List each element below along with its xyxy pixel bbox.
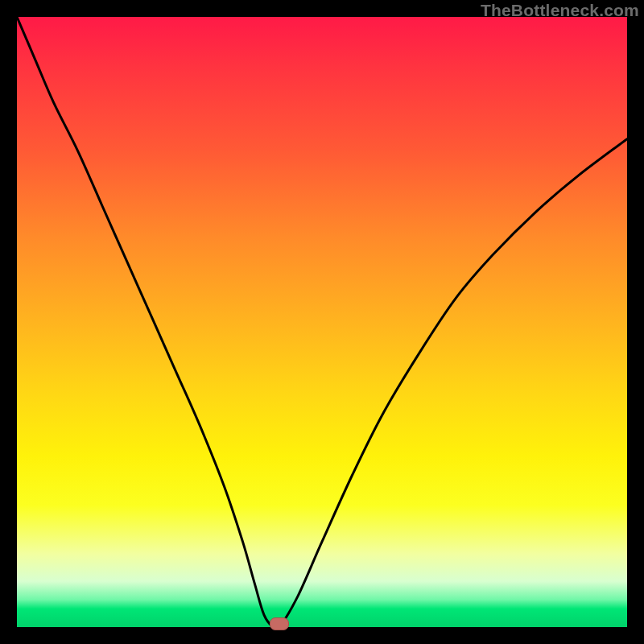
curve-svg — [17, 17, 627, 627]
bottleneck-curve-path — [17, 17, 627, 627]
chart-frame: TheBottleneck.com — [0, 0, 644, 644]
plot-area — [17, 17, 627, 627]
minimum-marker — [270, 617, 289, 630]
